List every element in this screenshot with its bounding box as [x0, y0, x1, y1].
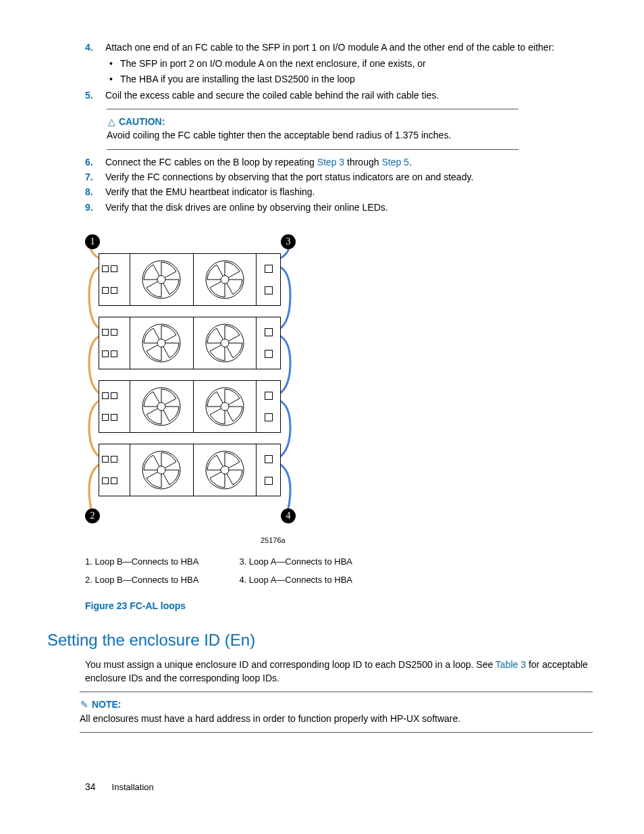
- legend-3: 3. Loop A—Connects to HBA: [239, 556, 352, 569]
- step-9: 9. Verify that the disk drives are onlin…: [85, 201, 597, 214]
- step-7-num: 7.: [85, 170, 93, 184]
- caution-box: △ CAUTION: Avoid coiling the FC cable ti…: [107, 109, 518, 150]
- page-footer: 34 Installation: [47, 780, 597, 794]
- svg-point-1: [157, 276, 165, 284]
- step-9-text: Verify that the disk drives are online b…: [105, 202, 388, 213]
- legend-1: 1. Loop B—Connects to HBA: [85, 556, 198, 569]
- fan-icon: [140, 448, 183, 492]
- enclosure-3: [99, 380, 281, 433]
- step-7: 7. Verify the FC connections by observin…: [85, 170, 597, 184]
- callout-2: 2: [85, 509, 100, 523]
- enclosure-4: [99, 444, 281, 496]
- section-para: You must assign a unique enclosure ID an…: [85, 658, 597, 685]
- footer-section: Installation: [112, 781, 154, 794]
- enclosure-2: [99, 317, 281, 369]
- step-6-mid: through: [344, 157, 381, 167]
- fan-icon: [140, 385, 183, 428]
- callout-3: 3: [281, 234, 296, 249]
- svg-point-9: [157, 402, 165, 411]
- section-heading: Setting the enclosure ID (En): [47, 629, 597, 652]
- figure-legend: 1. Loop B—Connects to HBA 2. Loop B—Conn…: [85, 556, 597, 587]
- figure-code: 25176a: [261, 536, 597, 546]
- step-5-text: Coil the excess cable and secure the coi…: [105, 90, 439, 101]
- legend-4: 4. Loop A—Connects to HBA: [239, 574, 352, 587]
- step-9-num: 9.: [85, 201, 93, 214]
- step-7-text: Verify the FC connections by observing t…: [105, 172, 473, 182]
- step-4-sub-2: The HBA if you are installing the last D…: [107, 72, 597, 86]
- link-step-3[interactable]: Step 3: [317, 157, 344, 167]
- fan-icon: [203, 321, 246, 365]
- fan-icon: [140, 258, 183, 301]
- fan-icon: [203, 448, 246, 492]
- page-number: 34: [85, 780, 96, 793]
- svg-point-5: [157, 339, 165, 347]
- note-icon: ✎: [80, 698, 89, 711]
- svg-point-15: [221, 466, 229, 474]
- svg-point-13: [157, 466, 165, 474]
- step-4-num: 4.: [85, 41, 93, 54]
- step-8: 8. Verify that the EMU heartbeat indicat…: [85, 185, 597, 199]
- link-step-5[interactable]: Step 5: [381, 157, 408, 167]
- note-box: ✎ NOTE: All enclosures must have a hard …: [80, 692, 593, 733]
- step-4: 4. Attach one end of an FC cable to the …: [85, 41, 597, 86]
- svg-point-7: [221, 339, 229, 347]
- step-6-post: .: [409, 157, 412, 167]
- step-6-num: 6.: [85, 155, 93, 169]
- note-text: All enclosures must have a hard address …: [80, 712, 593, 725]
- fan-icon: [203, 258, 246, 301]
- step-4-text: Attach one end of an FC cable to the SFP…: [105, 42, 554, 53]
- note-title: NOTE:: [92, 699, 122, 710]
- step-5-num: 5.: [85, 88, 93, 102]
- callout-1: 1: [85, 234, 100, 249]
- link-table-3[interactable]: Table 3: [495, 659, 526, 670]
- caution-text: Avoid coiling the FC cable tighter then …: [107, 128, 518, 142]
- step-8-num: 8.: [85, 185, 93, 199]
- svg-point-3: [221, 276, 229, 284]
- callout-4: 4: [281, 509, 296, 523]
- figure-23: 1 3 2 4 25176a 1. Loop B—Connects to HBA…: [85, 234, 597, 613]
- enclosure-1: [99, 253, 281, 306]
- caution-title: CAUTION:: [119, 116, 165, 127]
- step-5: 5. Coil the excess cable and secure the …: [85, 88, 597, 102]
- caution-icon: △: [107, 115, 116, 128]
- fan-icon: [140, 321, 183, 365]
- figure-caption: Figure 23 FC-AL loops: [85, 599, 597, 613]
- step-6-pre: Connect the FC cables on the B loop by r…: [105, 157, 317, 167]
- step-6: 6. Connect the FC cables on the B loop b…: [85, 155, 597, 169]
- step-8-text: Verify that the EMU heartbeat indicator …: [105, 186, 315, 197]
- para-pre: You must assign a unique enclosure ID an…: [85, 659, 495, 670]
- legend-2: 2. Loop B—Connects to HBA: [85, 574, 198, 587]
- step-4-sub-1: The SFP in port 2 on I/O module A on the…: [107, 57, 597, 70]
- svg-point-11: [221, 402, 229, 411]
- fan-icon: [203, 385, 246, 428]
